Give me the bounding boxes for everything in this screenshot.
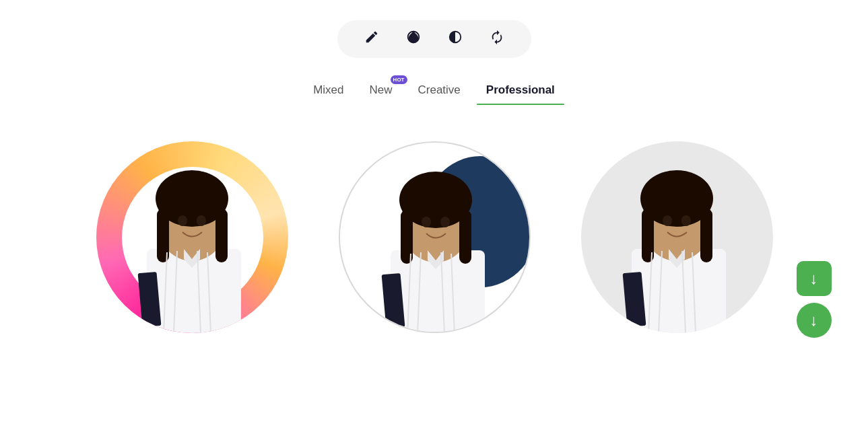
- tab-creative[interactable]: Creative: [409, 78, 470, 102]
- download-arrow-1: ↓: [810, 269, 818, 288]
- cards-row: ↓ ↓: [91, 122, 778, 351]
- svg-point-23: [440, 217, 450, 227]
- pen-icon[interactable]: [364, 30, 379, 48]
- tab-professional[interactable]: Professional: [477, 78, 564, 102]
- circle-half-icon[interactable]: [448, 30, 463, 48]
- drop-icon[interactable]: [406, 30, 421, 48]
- svg-point-37: [681, 215, 691, 226]
- download-square-button[interactable]: ↓: [797, 261, 832, 296]
- svg-point-9: [197, 215, 206, 226]
- person-svg-1: [96, 141, 288, 333]
- tab-new[interactable]: New HOT: [360, 78, 401, 102]
- card1-clip-circle: [96, 141, 288, 333]
- download-buttons: ↓ ↓: [797, 261, 832, 338]
- card-plain: ↓ ↓: [576, 122, 778, 351]
- hot-badge: HOT: [391, 75, 407, 84]
- svg-rect-5: [215, 209, 228, 262]
- svg-rect-33: [700, 209, 712, 262]
- svg-point-8: [178, 215, 187, 226]
- download-arrow-2: ↓: [810, 311, 818, 330]
- download-circle-button[interactable]: ↓: [797, 303, 832, 338]
- svg-point-22: [422, 217, 431, 227]
- card-gradient-ring: [91, 122, 293, 351]
- card2-circle-bg: [339, 141, 531, 333]
- svg-point-36: [663, 215, 672, 226]
- person-svg-2: [340, 143, 531, 333]
- tab-mixed[interactable]: Mixed: [304, 78, 353, 102]
- card-navy-circle: [333, 122, 535, 351]
- refresh-icon[interactable]: [490, 30, 504, 48]
- person-svg-3: [581, 141, 773, 333]
- toolbar: [337, 20, 531, 58]
- card3-circle-bg: [581, 141, 773, 333]
- svg-rect-19: [459, 210, 471, 264]
- tabs-container: Mixed New HOT Creative Professional: [304, 78, 564, 102]
